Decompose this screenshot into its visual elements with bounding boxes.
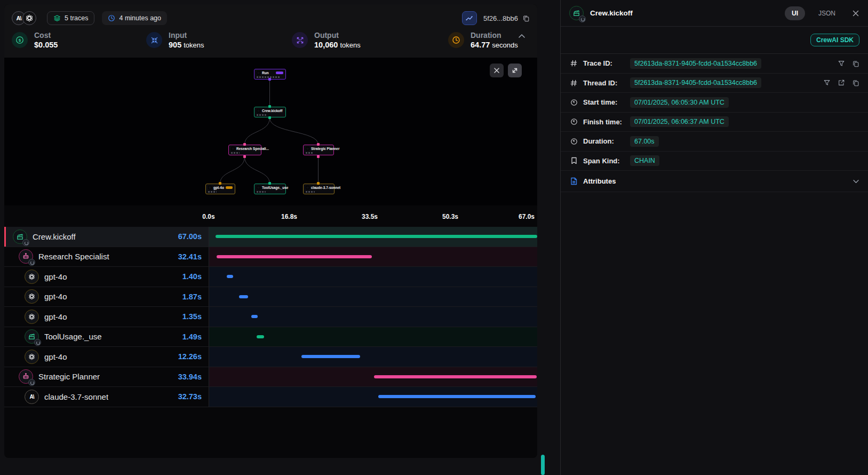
- tab-json[interactable]: JSON: [811, 6, 842, 20]
- graph-node-claude[interactable]: claude-3.7-sonnet: [303, 184, 335, 194]
- attributes-label: Attributes: [583, 177, 616, 185]
- span-duration: 1.49s: [182, 332, 202, 341]
- openai-icon: [25, 270, 39, 284]
- trace-graph[interactable]: Run Crew.kickoff Research Speciali... St…: [4, 58, 537, 205]
- detail-title: Crew.kickoff: [590, 9, 633, 17]
- timeline-row-gpt-4o[interactable]: gpt-4o 1.87s: [4, 287, 537, 307]
- span-label: gpt-4o: [44, 312, 67, 321]
- scrollbar-thumb[interactable]: [541, 455, 545, 475]
- span-duration: 67.00s: [178, 232, 202, 241]
- stats-row: $ Cost $0.055 Input 905 tokens: [4, 28, 537, 49]
- axis-tick: 33.5s: [362, 213, 378, 220]
- collapse-stats-caret[interactable]: [518, 31, 525, 41]
- trace-header: A\: [4, 4, 537, 58]
- crew-icon: [569, 6, 584, 20]
- duration-icon: [448, 32, 464, 48]
- timeline-row-gpt-4o[interactable]: gpt-4o 12.26s: [4, 347, 537, 367]
- run-node-icon: [257, 71, 260, 75]
- stat-unit: tokens: [184, 41, 204, 49]
- graph-node-strategic-planner[interactable]: Strategic Planner: [303, 145, 334, 155]
- timeline-row-gpt-4o[interactable]: gpt-4o 1.40s: [4, 267, 537, 287]
- copy-icon[interactable]: [852, 79, 859, 86]
- graph-node-toolusage[interactable]: ToolUsage._use: [254, 184, 286, 194]
- span-label: Crew.kickoff: [33, 232, 76, 241]
- sdk-row: CrewAI SDK: [561, 27, 868, 54]
- thread-id-value[interactable]: 5f2613da-8371-9405-fcdd-0a1534cc8bb6: [630, 77, 761, 88]
- graph-node-gpt-4o[interactable]: gpt-4o: [205, 184, 235, 194]
- agentops-subbadge: [28, 379, 35, 386]
- attributes-section[interactable]: Attributes: [561, 171, 868, 192]
- field-duration: Duration: 67.00s: [561, 132, 868, 152]
- agentops-subbadge: [34, 339, 41, 346]
- port: [268, 105, 271, 108]
- trace-panel: A\: [4, 4, 537, 458]
- filter-icon[interactable]: [823, 79, 831, 86]
- llm-node-icon: [306, 186, 309, 189]
- field-trace-id: Trace ID: 5f2613da-8371-9405-fcdd-0a1534…: [561, 54, 868, 74]
- span-label: gpt-4o: [44, 292, 67, 301]
- agent-node-icon: [231, 147, 235, 151]
- metrics-button[interactable]: [462, 11, 477, 25]
- timeline-row-gpt-4o[interactable]: gpt-4o 1.35s: [4, 307, 537, 327]
- timeline-row-claude[interactable]: A\ claude-3.7-sonnet 32.73s: [4, 387, 537, 407]
- filter-icon[interactable]: [838, 60, 845, 67]
- layers-icon: [53, 14, 61, 22]
- node-badge: [276, 72, 283, 74]
- anthropic-icon: A\: [25, 390, 39, 404]
- field-label: Span Kind:: [583, 157, 630, 165]
- time-badge-label: 4 minutes ago: [119, 14, 161, 22]
- trace-id-value[interactable]: 5f2613da-8371-9405-fcdd-0a1534cc8bb6: [630, 58, 761, 69]
- graph-expand-button[interactable]: [508, 64, 522, 77]
- port: [219, 182, 221, 185]
- node-label: Crew.kickoff: [262, 109, 282, 113]
- timeline-axis: 0.0s 16.8s 33.5s 50.3s 67.0s: [4, 205, 537, 227]
- span-duration: 32.41s: [178, 252, 202, 261]
- node-label: ToolUsage._use: [262, 186, 288, 189]
- node-label: Run: [262, 71, 269, 75]
- span-kind-value: CHAIN: [630, 155, 659, 166]
- close-icon[interactable]: [852, 10, 859, 17]
- span-detail-panel: Crew.kickoff UI JSON CrewAI SDK Trace ID…: [560, 0, 868, 475]
- graph-close-button[interactable]: [490, 64, 504, 77]
- crewai-sdk-badge[interactable]: CrewAI SDK: [810, 34, 859, 46]
- span-label: gpt-4o: [44, 352, 67, 361]
- cost-icon: $: [12, 32, 28, 48]
- copy-icon[interactable]: [852, 60, 859, 67]
- node-subtext: [306, 191, 315, 193]
- field-finish-time: Finish time: 07/01/2025, 06:06:37 AM UTC: [561, 113, 868, 132]
- openai-avatar: [22, 11, 36, 25]
- field-label: Duration:: [583, 137, 630, 145]
- tool-icon: [25, 329, 39, 344]
- span-duration: 1.35s: [182, 312, 202, 321]
- timeline-row-strategic-planner[interactable]: Strategic Planner 33.94s: [4, 367, 537, 387]
- clock-icon: [569, 99, 578, 106]
- copy-icon[interactable]: [522, 14, 530, 22]
- timeline-row-research-specialist[interactable]: Research Specialist 32.41s: [4, 247, 537, 267]
- open-external-icon[interactable]: [838, 79, 845, 86]
- clock-icon: [569, 138, 578, 145]
- timeline-row-crew-kickoff[interactable]: Crew.kickoff 67.00s: [4, 227, 537, 247]
- chevron-down-icon[interactable]: [853, 179, 859, 184]
- stat-cost: $ Cost $0.055: [12, 31, 146, 49]
- graph-node-crew-kickoff[interactable]: Crew.kickoff: [254, 107, 286, 117]
- trace-viewer-page: A\: [0, 0, 868, 475]
- field-label: Start time:: [583, 98, 630, 106]
- port: [317, 155, 320, 158]
- stat-value: 905: [169, 41, 181, 49]
- span-duration: 1.40s: [182, 272, 202, 281]
- node-label: gpt-4o: [213, 186, 224, 189]
- span-label: claude-3.7-sonnet: [44, 392, 108, 401]
- openai-logo: [25, 14, 34, 22]
- stat-value: 64.77: [471, 41, 490, 49]
- field-label: Trace ID:: [583, 59, 630, 67]
- hash-icon: [569, 80, 578, 86]
- openai-icon: [25, 310, 39, 324]
- field-label: Thread ID:: [583, 79, 630, 87]
- input-icon: [146, 32, 162, 48]
- traces-badge[interactable]: 5 traces: [47, 11, 94, 25]
- span-duration: 1.87s: [182, 292, 202, 301]
- tab-ui[interactable]: UI: [785, 6, 805, 20]
- graph-node-research-specialist[interactable]: Research Speciali...: [228, 145, 261, 155]
- node-subtext: [257, 191, 266, 193]
- timeline-row-toolusage[interactable]: ToolUsage._use 1.49s: [4, 327, 537, 347]
